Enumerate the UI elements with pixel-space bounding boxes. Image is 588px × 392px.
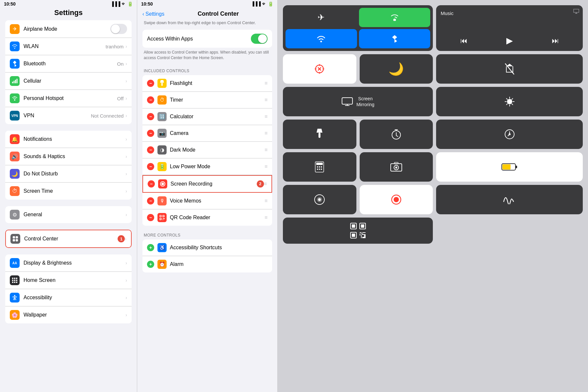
access-within-apps-row[interactable]: Access Within Apps [142,30,272,48]
included-controls-list: − Flashlight ≡ − ⏱ Timer ≡ − 🔢 Calculato… [142,75,272,226]
general-icon: ⚙ [10,210,20,220]
remove-camera[interactable]: − [147,130,154,137]
timer-drag[interactable]: ≡ [265,97,268,103]
battery-tile[interactable] [436,152,583,182]
cc-item-calculator[interactable]: − 🔢 Calculator ≡ [142,108,272,125]
settings-item-control-center[interactable]: Control Center 1 › [6,230,131,247]
camera-drag[interactable]: ≡ [265,130,268,136]
cc-item-lowpower[interactable]: − 🔋 Low Power Mode ≡ [142,158,272,175]
screen-recording-drag[interactable]: ≡ [264,181,267,187]
next-button[interactable]: ⏭ [552,37,559,45]
remove-calculator[interactable]: − [147,113,154,120]
cc-item-darkmode[interactable]: − ◑ Dark Mode ≡ [142,142,272,158]
camera-tile[interactable] [360,152,433,182]
remove-darkmode[interactable]: − [147,146,154,154]
cc-item-alarm[interactable]: + ⏰ Alarm [142,256,272,272]
brightness-tile[interactable] [436,87,583,116]
music-title: Music [441,10,578,16]
cellular-tile[interactable] [359,8,431,27]
remove-screen-recording[interactable]: − [148,180,155,188]
record-tile[interactable] [360,185,433,214]
settings-item-airplane[interactable]: ✈ Airplane Mode [5,20,132,38]
bluetooth-value: On [117,61,123,67]
timer-tile[interactable] [360,120,433,149]
remove-qr[interactable]: − [147,214,154,221]
svg-point-4 [14,99,15,101]
airplay-icon[interactable] [573,8,580,15]
darkmode-drag[interactable]: ≡ [265,147,268,153]
lowpower-item-icon: 🔋 [157,162,167,171]
notifications-icon: 🔔 [10,134,20,144]
qr-code-tile[interactable] [283,218,433,244]
svg-rect-26 [163,216,164,217]
svg-rect-34 [342,98,352,104]
vpn-label: VPN [24,113,91,119]
control-center-label: Control Center [24,236,115,242]
settings-item-dnd[interactable]: 🌙 Do Not Disturb › [5,165,132,183]
settings-item-display[interactable]: AA Display & Brightness › [5,254,132,272]
svg-rect-74 [362,237,364,238]
status-time-2: 10:50 [141,1,153,7]
airplane-toggle[interactable] [110,24,127,34]
cc-item-flashlight[interactable]: − Flashlight ≡ [142,75,272,92]
prev-button[interactable]: ⏮ [460,37,467,45]
qr-item-label: QR Code Reader [170,215,265,220]
remove-voice-memos[interactable]: − [147,197,154,204]
calculator-tile[interactable] [283,152,356,182]
cc-item-qr[interactable]: − QR Code Reader ≡ [142,209,272,226]
flashlight-tile[interactable] [283,120,356,149]
remove-flashlight[interactable]: − [147,80,154,87]
settings-item-general[interactable]: ⚙ General › [5,206,132,223]
wallet-tile[interactable] [436,120,583,149]
remove-timer[interactable]: − [147,96,154,104]
voice-memos-drag[interactable]: ≡ [265,198,268,204]
more-controls-list: + ♿ Accessibility Shortcuts + ⏰ Alarm [142,239,272,272]
settings-section-notifications: 🔔 Notifications › 🔊 Sounds & Haptics › 🌙… [5,131,132,200]
svg-rect-64 [361,224,364,228]
settings-item-accessibility[interactable]: Accessibility › [5,289,132,306]
screen-mirroring-tile[interactable]: ScreenMirroring [283,87,433,116]
svg-rect-68 [362,232,366,233]
settings-item-screentime[interactable]: ⏱ Screen Time › [5,183,132,200]
settings-item-vpn[interactable]: VPN VPN Not Connected › [5,107,132,124]
settings-item-wlan[interactable]: WLAN tranhom › [5,38,132,55]
settings-item-sounds[interactable]: 🔊 Sounds & Haptics › [5,148,132,165]
back-label: Settings [145,11,164,17]
svg-rect-5 [13,236,15,238]
silent-mode-tile[interactable] [436,54,583,84]
audio-tile[interactable] [436,185,583,214]
cc-item-timer[interactable]: − ⏱ Timer ≡ [142,92,272,108]
svg-rect-10 [14,278,15,279]
settings-item-cellular[interactable]: Cellular › [5,73,132,90]
settings-item-wallpaper[interactable]: 🌸 Wallpaper › [5,306,132,323]
cc-item-camera[interactable]: − 📷 Camera ≡ [142,125,272,142]
svg-rect-12 [12,280,13,281]
settings-item-hotspot[interactable]: Personal Hotspot Off › [5,90,132,107]
airplane-tile[interactable]: ✈ [286,8,357,27]
access-within-apps-toggle[interactable] [251,34,268,44]
settings-list: ✈ Airplane Mode WLAN tranhom › Bluetooth… [0,20,137,392]
play-button[interactable]: ▶ [506,36,513,46]
add-accessibility-shortcuts[interactable]: + [147,244,154,251]
settings-item-notifications[interactable]: 🔔 Notifications › [5,131,132,148]
walletb-tile[interactable] [283,185,356,214]
settings-item-bluetooth[interactable]: Bluetooth On › [5,55,132,73]
cc-item-voice-memos[interactable]: − 🎙 Voice Memos ≡ [142,193,272,209]
do-not-disturb-tile[interactable]: 🌙 [360,54,433,84]
back-button[interactable]: ‹ Settings [142,11,164,17]
add-alarm[interactable]: + [147,261,154,268]
lowpower-drag[interactable]: ≡ [265,164,268,170]
remove-lowpower[interactable]: − [147,163,154,170]
bluetooth-tile[interactable] [359,29,431,48]
cc-item-screen-recording[interactable]: − Screen Recording 2 ≡ [143,176,271,192]
darkmode-item-label: Dark Mode [170,147,265,153]
cc-item-accessibility-shortcuts[interactable]: + ♿ Accessibility Shortcuts [142,239,272,256]
orientation-lock-tile[interactable] [283,54,356,84]
music-player-tile[interactable]: Music ⏮ ▶ ⏭ [436,5,583,51]
wifi-tile[interactable] [286,29,357,48]
camera-item-label: Camera [170,130,265,136]
qr-drag[interactable]: ≡ [265,215,268,220]
flashlight-drag[interactable]: ≡ [265,80,268,86]
calculator-drag[interactable]: ≡ [265,114,268,120]
settings-item-homescreen[interactable]: Home Screen › [5,272,132,289]
